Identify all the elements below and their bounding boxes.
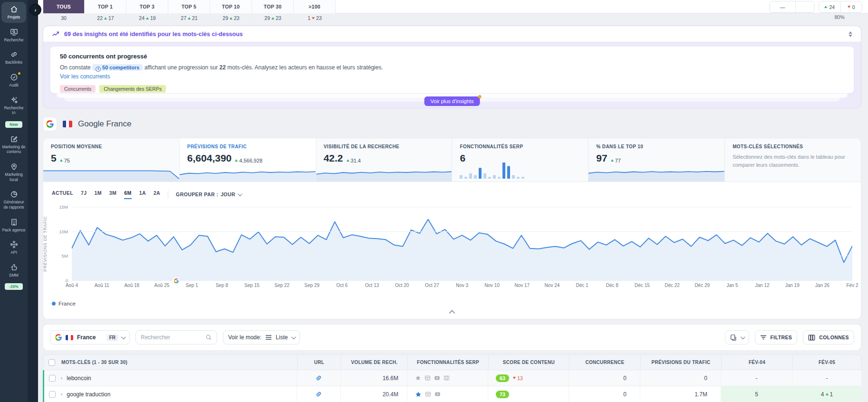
table-row-leboncoin[interactable]: › leboncoin 16.6M 63 13 0 0 - - (44, 370, 861, 386)
sidebar-item-backlinks[interactable]: Backlinks (1, 47, 26, 68)
tag-changements-serps[interactable]: Changements des SERPs (99, 85, 166, 93)
sidebar-item-smm[interactable]: SMM (1, 260, 26, 281)
col-volume[interactable]: VOLUME DE RECH. (341, 355, 407, 370)
range-3m[interactable]: 3M (109, 190, 116, 199)
x-tick-label: Sep 8 (216, 283, 228, 288)
triangle-up-icon (347, 159, 349, 162)
tab-top10[interactable]: TOP 10 (210, 0, 252, 13)
date-range-selector[interactable]: — (769, 1, 815, 13)
search-input[interactable] (141, 334, 198, 341)
keyword-text[interactable]: leboncoin (67, 375, 91, 382)
tab-tous[interactable]: TOUS (43, 0, 85, 13)
engine-selector[interactable]: France FR (50, 330, 130, 345)
search-box[interactable] (135, 330, 217, 345)
metric-value: 6,604,390 (187, 153, 231, 164)
sidebar-item-audit[interactable]: Audit (1, 70, 26, 91)
content-score-badge[interactable]: 73 (496, 391, 509, 398)
percent-note: 80% (825, 14, 854, 20)
home-icon (10, 5, 19, 14)
x-tick-label: Jan 26 (815, 283, 829, 288)
collapse-insights-icon[interactable] (849, 31, 852, 37)
search-icon (205, 334, 212, 341)
sparkline (316, 169, 452, 182)
metric-pct-top10[interactable]: % DANS LE TOP 10 97 77 (588, 138, 725, 182)
url-link-icon[interactable] (315, 391, 322, 398)
sidebar-expand-button[interactable]: › (29, 4, 41, 16)
col-keywords[interactable]: MOTS-CLÉS (1 - 30 SUR 30) (60, 355, 297, 370)
sidebar-item-generateur-rapports[interactable]: Générateur de rapports (1, 187, 26, 212)
sparkles-icon (10, 96, 19, 105)
col-previsions[interactable]: PRÉVISIONS DU TRAFIC (640, 355, 721, 370)
sidebar-item-pack-agence[interactable]: Pack agence (1, 215, 26, 236)
range-2a[interactable]: 2A (154, 190, 160, 199)
col-url[interactable]: URL (297, 355, 341, 370)
rank-fev04: - (721, 370, 792, 386)
col-fev04[interactable]: FÉV-04 (721, 355, 792, 370)
count-top10: 2923 (210, 13, 252, 23)
chart-legend[interactable]: France (52, 301, 76, 306)
see-competitors-link[interactable]: Voir les concurrents (60, 73, 110, 80)
view-mode-value: Liste (276, 334, 288, 341)
expand-row-icon[interactable]: › (61, 392, 62, 397)
sidebar-item-recherche-ia[interactable]: Recherche IA (1, 93, 26, 118)
tab-top30[interactable]: TOP 30 (252, 0, 294, 13)
copy-button[interactable] (725, 330, 749, 345)
range-7j[interactable]: 7J (81, 190, 87, 199)
url-link-icon[interactable] (315, 374, 322, 382)
col-concurrence[interactable]: CONCURRENCE (569, 355, 640, 370)
more-insights-button[interactable]: Voir plus d'insights (424, 96, 480, 106)
x-tick-label: Nov 10 (484, 283, 500, 288)
sidebar-item-marketing-contenu[interactable]: Marketing de contenu (1, 132, 26, 157)
engine-header: Google France (43, 116, 131, 132)
range-actuel[interactable]: ACTUEL (52, 190, 73, 199)
metric-previsions-trafic[interactable]: PRÉVISIONS DE TRAFIC 6,604,390 4,566,928 (180, 138, 316, 182)
divider (168, 191, 168, 198)
group-by-selector[interactable]: GROUPER PAR : JOUR (176, 191, 241, 197)
tab-top3[interactable]: TOP 3 (126, 0, 168, 13)
plot-area[interactable]: PRÉVISIONS DE TRAFIC 15M 10M 5M 0 (72, 207, 852, 280)
row-checkbox[interactable] (49, 391, 56, 398)
pie-chart-icon (10, 190, 19, 199)
sidebar-item-api[interactable]: API (1, 237, 26, 258)
tag-concurrents[interactable]: Concurrents (60, 85, 96, 93)
collapse-panel-button[interactable] (444, 309, 461, 317)
table-row-google-traduction[interactable]: › google traduction 20.4M 73 0 1.7M 5 41 (44, 386, 861, 402)
sidebar-item-recherche[interactable]: Recherche (1, 25, 26, 46)
columns-button[interactable]: COLONNES (803, 330, 854, 345)
sidebar-item-marketing-local[interactable]: Marketing local (1, 159, 26, 185)
table-icon (425, 391, 431, 397)
google-update-marker[interactable] (173, 277, 180, 284)
serp-features-icons (407, 370, 488, 386)
sidebar-item-projets[interactable]: Projets (1, 2, 26, 23)
triangle-up-icon (104, 17, 107, 19)
x-tick-label: Oct 20 (395, 283, 409, 288)
keyword-text[interactable]: google traduction (67, 391, 110, 398)
table-icon (424, 375, 431, 381)
rank-fev04: 5 (721, 386, 792, 402)
view-mode-selector[interactable]: Voir le mode: Liste (223, 330, 300, 345)
star-filled-icon (415, 391, 422, 398)
tab-gt100[interactable]: >100 (294, 0, 336, 13)
col-fev05[interactable]: FÉV-05 (792, 355, 861, 370)
insights-banner[interactable]: 69 des insights ont été identifiés pour … (43, 26, 861, 42)
metric-visibilite-recherche[interactable]: VISIBILITÉ DE LA RECHERCHE 42.2 31.4 (316, 138, 453, 182)
select-all-checkbox[interactable] (48, 359, 55, 366)
metric-position-moyenne[interactable]: POSITION MOYENNE 5 75 (43, 138, 180, 182)
x-axis-labels: Aoû 4Aoû 11Aoû 18Aoû 25Sep 1Sep 8Sep 15S… (72, 283, 852, 289)
x-tick-label: Oct 27 (425, 283, 439, 288)
range-1m[interactable]: 1M (94, 190, 101, 199)
col-score[interactable]: SCORE DE CONTENU (488, 355, 569, 370)
competitors-chip[interactable]: i50 competitors (92, 64, 143, 71)
range-1a[interactable]: 1A (139, 190, 146, 199)
tab-top1[interactable]: TOP 1 (85, 0, 126, 13)
col-serp[interactable]: FONCTIONNALITÉS SERP (407, 355, 488, 370)
metric-fonctionnalites-serp[interactable]: FONCTIONNALITÉS SERP 6 (452, 138, 588, 182)
filters-button[interactable]: FILTRES (755, 330, 798, 345)
up-down-summary[interactable]: 24 0 (819, 1, 862, 13)
tab-top5[interactable]: TOP 5 (168, 0, 210, 13)
row-checkbox[interactable] (49, 375, 56, 382)
new-badge: New (5, 121, 22, 128)
expand-row-icon[interactable]: › (61, 375, 62, 381)
content-score-badge[interactable]: 63 (496, 374, 509, 382)
range-6m[interactable]: 6M (124, 190, 131, 199)
